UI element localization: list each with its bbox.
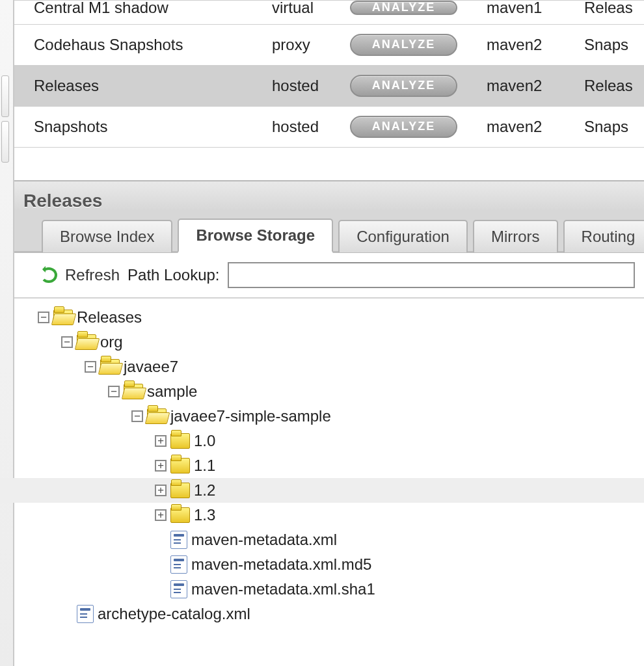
collapse-icon[interactable]: − <box>131 410 143 422</box>
repo-name-cell: Snapshots <box>14 107 262 148</box>
repo-type-cell: hosted <box>262 66 340 107</box>
expand-icon[interactable]: + <box>155 509 167 521</box>
file-icon <box>170 555 187 574</box>
tree-node-label: maven-metadata.xml.md5 <box>191 555 371 574</box>
repo-name-cell: Codehaus Snapshots <box>14 25 262 66</box>
expand-icon[interactable]: + <box>155 460 167 472</box>
folder-icon <box>170 433 190 449</box>
tree-node-label: org <box>100 333 123 351</box>
repo-policy-cell: Releas <box>574 66 644 107</box>
path-lookup-label: Path Lookup: <box>127 266 219 284</box>
file-icon <box>170 580 187 598</box>
tree-node-file[interactable]: archetype-catalog.xml <box>61 602 644 626</box>
tree-node-org[interactable]: − org <box>61 330 644 354</box>
tree-node-label: 1.2 <box>194 481 215 500</box>
folder-icon <box>170 458 190 473</box>
tab-configuration[interactable]: Configuration <box>338 220 468 252</box>
repo-policy-cell: Releas <box>574 1 644 25</box>
tree-node-label: 1.3 <box>194 506 215 524</box>
collapse-icon[interactable]: − <box>85 361 96 373</box>
repo-policy-cell: Snaps <box>574 107 644 148</box>
tree-node-version-1-0[interactable]: + 1.0 <box>155 429 644 453</box>
tree-node-sample[interactable]: − sample <box>108 379 644 404</box>
repo-type-cell: proxy <box>262 25 340 66</box>
repo-format-cell: maven1 <box>476 1 574 25</box>
tree-node-version-1-3[interactable]: + 1.3 <box>155 503 644 527</box>
tree-node-label: sample <box>147 382 197 401</box>
tab-browse-storage[interactable]: Browse Storage <box>178 219 333 253</box>
collapse-icon[interactable]: − <box>38 312 49 323</box>
repo-format-cell: maven2 <box>476 66 574 107</box>
folder-open-icon <box>147 408 167 424</box>
folder-open-icon <box>53 310 73 325</box>
repo-format-cell: maven2 <box>476 107 574 148</box>
repo-policy-cell: Snaps <box>574 25 644 66</box>
repo-name-cell: Releases <box>14 66 262 107</box>
repo-name-cell: Central M1 shadow <box>14 1 262 25</box>
tree-node-label: 1.1 <box>194 457 215 475</box>
expand-icon[interactable]: + <box>155 435 167 447</box>
repo-type-cell: hosted <box>262 107 340 148</box>
tree-node-version-1-1[interactable]: + 1.1 <box>155 453 644 478</box>
tree-node-label: maven-metadata.xml <box>191 531 337 549</box>
repo-action-cell: ANALYZE <box>340 1 476 25</box>
tree-node-version-1-2[interactable]: + 1.2 <box>0 478 644 503</box>
repo-action-cell: ANALYZE <box>340 25 476 66</box>
panel-title: Releases <box>14 181 644 217</box>
folder-icon <box>170 507 190 523</box>
repo-action-cell: ANALYZE <box>340 66 476 107</box>
tree-node-label: javaee7-simple-sample <box>170 407 331 425</box>
analyze-button[interactable]: ANALYZE <box>350 75 457 97</box>
tree-node-simple-sample[interactable]: − javaee7-simple-sample <box>131 404 644 429</box>
repo-row[interactable]: ReleaseshostedANALYZEmaven2Releas <box>14 66 644 107</box>
storage-tree: − Releases − org − javaee7 <box>14 299 644 652</box>
tree-node-file[interactable]: maven-metadata.xml <box>155 527 644 552</box>
expand-icon[interactable]: + <box>155 485 167 496</box>
analyze-button[interactable]: ANALYZE <box>350 34 457 56</box>
gutter-handle[interactable] <box>1 121 9 163</box>
folder-open-icon <box>77 334 96 350</box>
repo-row[interactable]: Codehaus SnapshotsproxyANALYZEmaven2Snap… <box>14 25 644 66</box>
tree-node-javaee7[interactable]: − javaee7 <box>85 354 644 379</box>
repo-type-cell: virtual <box>262 1 340 25</box>
analyze-button[interactable]: ANALYZE <box>350 1 457 15</box>
tree-node-label: javaee7 <box>124 358 178 376</box>
tab-routing[interactable]: Routing <box>563 220 644 252</box>
gutter-handle[interactable] <box>1 75 9 117</box>
tree-node-label: Releases <box>77 308 142 326</box>
refresh-icon[interactable] <box>40 267 57 283</box>
tree-node-label: 1.0 <box>194 432 215 450</box>
repo-action-cell: ANALYZE <box>340 107 476 148</box>
folder-open-icon <box>100 359 120 375</box>
repo-format-cell: maven2 <box>476 25 574 66</box>
folder-icon <box>170 483 190 498</box>
repository-table: Central M1 shadowvirtualANALYZEmaven1Rel… <box>14 0 644 148</box>
toolbar: Refresh Path Lookup: <box>14 253 644 299</box>
path-lookup-input[interactable] <box>228 262 636 288</box>
repo-row[interactable]: SnapshotshostedANALYZEmaven2Snaps <box>14 107 644 148</box>
tree-node-label: archetype-catalog.xml <box>98 605 250 623</box>
tree-node-label: maven-metadata.xml.sha1 <box>191 580 375 598</box>
tab-browse-index[interactable]: Browse Index <box>42 220 172 252</box>
left-gutter <box>0 0 14 666</box>
collapse-icon[interactable]: − <box>61 336 73 348</box>
file-icon <box>170 531 187 549</box>
tree-node-releases[interactable]: − Releases <box>38 305 644 330</box>
tabstrip: Browse IndexBrowse StorageConfigurationM… <box>14 217 644 253</box>
analyze-button[interactable]: ANALYZE <box>350 116 457 138</box>
tree-node-file[interactable]: maven-metadata.xml.sha1 <box>155 577 644 602</box>
file-icon <box>77 605 94 623</box>
repo-detail-panel: Releases Browse IndexBrowse StorageConfi… <box>14 180 644 652</box>
collapse-icon[interactable]: − <box>108 386 120 397</box>
refresh-link[interactable]: Refresh <box>65 266 120 284</box>
tree-node-file[interactable]: maven-metadata.xml.md5 <box>155 552 644 577</box>
repo-row[interactable]: Central M1 shadowvirtualANALYZEmaven1Rel… <box>14 1 644 25</box>
tab-mirrors[interactable]: Mirrors <box>473 220 558 252</box>
folder-open-icon <box>124 384 143 399</box>
